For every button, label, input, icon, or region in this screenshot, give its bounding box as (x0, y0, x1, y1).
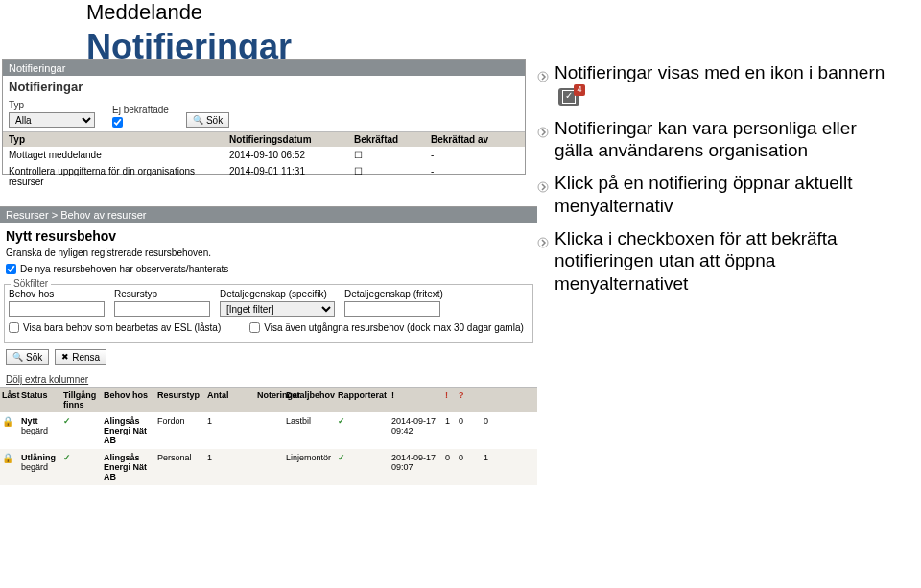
cell: 2014-09-17 09:07 (391, 453, 443, 482)
cell: 1 (445, 416, 457, 445)
col-type: Typ (9, 134, 229, 145)
page-title: Nytt resursbehov (0, 223, 537, 247)
col-confirmedby: Bekräftad av (431, 134, 519, 145)
breadcrumb: Resurser > Behov av resurser (0, 207, 537, 223)
cell: Fordon (157, 416, 205, 445)
cell: Lastbil (286, 416, 336, 445)
cell: 1 (207, 453, 255, 482)
cell: Personal (157, 453, 205, 482)
panel-header: Notifieringar (3, 60, 525, 76)
result-header: Låst Status Tillgång finns Behov hos Res… (0, 387, 537, 412)
cell: Linjemontör (286, 453, 336, 482)
resurstyp-label: Resurstyp (114, 289, 210, 299)
expired-label: Visa även utgångna resursbehov (dock max… (264, 322, 524, 333)
search-button[interactable]: 🔍 Sök (186, 112, 229, 128)
cell: begärd (21, 462, 48, 472)
check-icon: ✓ (63, 416, 102, 445)
cell (257, 416, 284, 445)
filter-legend: Sökfilter (11, 278, 51, 289)
check-icon: ✓ (63, 453, 102, 482)
detaljspec-select[interactable]: [Inget filter] (220, 301, 335, 317)
search-button[interactable]: 🔍 Sök (6, 349, 49, 365)
cell: 0 (484, 416, 507, 445)
chevron-right-icon (537, 231, 555, 254)
cell: - (431, 166, 519, 187)
esl-checkbox[interactable] (9, 322, 19, 333)
clear-icon: ✖ (61, 352, 69, 362)
check-icon: ✓ (338, 416, 390, 445)
chevron-right-icon (537, 121, 555, 144)
intro-text: Granska de nyligen registrerade resursbe… (0, 247, 537, 264)
col-date: Notifieringsdatum (229, 134, 354, 145)
cell: Kontrollera uppgifterna för din organisa… (9, 166, 229, 187)
cell: begärd (21, 426, 48, 435)
chevron-right-icon (537, 65, 555, 88)
search-icon: 🔍 (193, 115, 203, 125)
cell (257, 453, 284, 482)
unconfirmed-checkbox[interactable] (112, 117, 123, 128)
svg-point-1 (538, 128, 548, 137)
svg-point-3 (538, 238, 548, 247)
lock-icon: 🔒 (2, 453, 19, 482)
cell: 2014-09-17 09:42 (391, 416, 443, 445)
cell: 1 (484, 453, 507, 482)
expired-checkbox[interactable] (249, 322, 260, 333)
search-icon: 🔍 (12, 352, 23, 362)
notifications-panel: Notifieringar Notifieringar Typ Alla Ej … (2, 59, 526, 175)
cell: Alingsås Energi Nät AB (104, 416, 147, 445)
esl-label: Visa bara behov som bearbetas av ESL (lå… (23, 322, 221, 333)
cell: Mottaget meddelande (9, 150, 229, 160)
handled-label: De nya resursbehoven har observerats/han… (20, 264, 228, 274)
chevron-right-icon (537, 176, 555, 199)
cell: Nytt (21, 416, 38, 426)
hide-columns-link[interactable]: Dölj extra kolumner (0, 372, 94, 387)
clear-button[interactable]: ✖ Rensa (55, 349, 106, 365)
col-confirmed: Bekräftad (354, 134, 431, 145)
detaljfri-input[interactable] (344, 301, 440, 317)
result-row[interactable]: 🔒 Utlåningbegärd ✓ Alingsås Energi Nät A… (0, 449, 537, 485)
table-row[interactable]: Mottaget meddelande 2014-09-10 06:52 ☐ - (3, 147, 525, 163)
handled-checkbox[interactable] (6, 264, 16, 274)
bullet-text: Klicka i checkboxen för att bekräfta not… (555, 227, 892, 295)
doc-subtitle: Meddelande (86, 0, 292, 25)
behovhos-label: Behov hos (9, 289, 105, 299)
search-filter-box: Sökfilter Behov hos Resurstyp Detaljegen… (4, 284, 533, 343)
check-icon: ✓ (338, 453, 390, 482)
question-icon: ? (459, 390, 482, 410)
unconfirmed-label: Ej bekräftade (112, 105, 169, 115)
bullet-text: Notifieringar kan vara personliga eller … (555, 117, 892, 163)
bullet-text: Klick på en notifiering öppnar aktuellt … (555, 172, 892, 218)
result-row[interactable]: 🔒 Nyttbegärd ✓ Alingsås Energi Nät AB Fo… (0, 412, 537, 449)
behovhos-input[interactable] (9, 301, 105, 317)
bullet-list: Notifieringar visas med en ikon i banner… (537, 61, 892, 305)
cell: - (431, 150, 519, 160)
lock-icon: 🔒 (2, 416, 19, 445)
confirm-checkbox[interactable]: ☐ (354, 150, 431, 160)
svg-point-0 (538, 72, 548, 82)
detaljspec-label: Detaljegenskap (specifik) (220, 289, 335, 299)
bullet-text: Notifieringar visas med en ikon i banner… (555, 61, 892, 107)
panel-section-title: Notifieringar (3, 76, 525, 96)
cell: Alingsås Energi Nät AB (104, 453, 147, 482)
type-label: Typ (9, 100, 95, 110)
resurstyp-input[interactable] (114, 301, 210, 317)
resources-panel: Resurser > Behov av resurser Nytt resurs… (0, 206, 537, 571)
cell: 2014-09-10 06:52 (229, 150, 354, 160)
confirm-checkbox[interactable]: ☐ (354, 166, 431, 187)
notification-badge-icon: ✓ 4 (558, 88, 579, 106)
svg-point-2 (538, 182, 548, 192)
cell: 0 (445, 453, 457, 482)
cell: Utlåning (21, 453, 56, 462)
table-row[interactable]: Kontrollera uppgifterna för din organisa… (3, 163, 525, 190)
cell: 2014-09-01 11:31 (229, 166, 354, 187)
type-select[interactable]: Alla (9, 112, 95, 128)
cell: 0 (459, 416, 482, 445)
cell: 1 (207, 416, 255, 445)
cell: 0 (459, 453, 482, 482)
detaljfri-label: Detaljegenskap (fritext) (344, 289, 443, 299)
warning-icon: ! (445, 390, 457, 410)
